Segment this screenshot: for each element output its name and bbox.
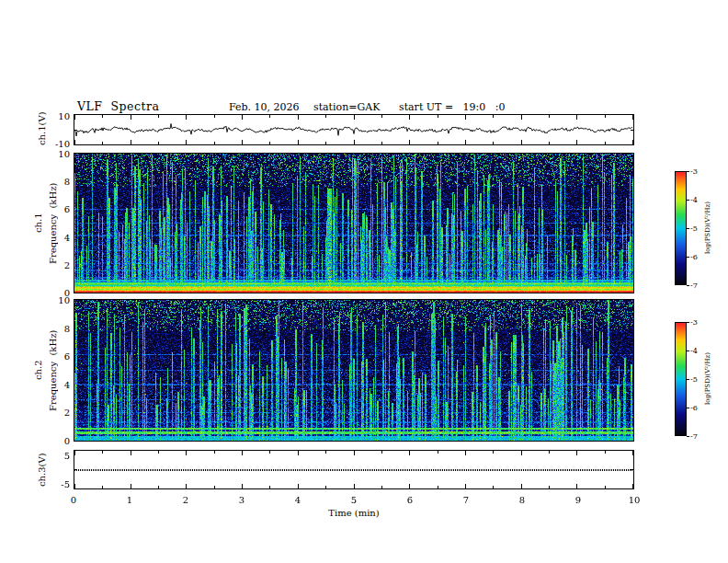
colorbar-tick (687, 379, 689, 380)
axis-tick (631, 469, 633, 470)
colorbar-tick-label: -6 (690, 404, 698, 412)
axis-tick (605, 142, 606, 144)
axis-tick (74, 469, 77, 470)
axis-tick (409, 451, 410, 455)
ch3-trace-canvas (74, 451, 633, 488)
ch1-spectrogram-panel (74, 153, 634, 293)
axis-tick (298, 484, 299, 488)
axis-tick (521, 484, 522, 488)
x-tick-label: 9 (564, 495, 592, 505)
y-tick-label: 2 (46, 259, 70, 270)
ch1-waveform-panel (74, 114, 634, 145)
axis-tick (325, 142, 326, 144)
colorbar-tick-label: -4 (690, 196, 698, 204)
colorbar-tick (687, 285, 689, 286)
ch1-channel-label: ch.1 (33, 153, 43, 293)
vlf-spectra-figure: VLF Spectra Feb. 10, 2026 station=GAK st… (0, 0, 728, 563)
axis-tick (131, 484, 131, 488)
ch2-channel-label: ch.2 (33, 299, 43, 442)
axis-tick (242, 484, 243, 488)
axis-tick (325, 115, 326, 118)
axis-tick (242, 451, 243, 455)
axis-tick (605, 451, 606, 454)
axis-tick (576, 115, 577, 120)
axis-tick (354, 451, 355, 455)
axis-tick (381, 486, 382, 488)
axis-tick (158, 451, 159, 454)
x-tick-label: 6 (396, 495, 424, 505)
ch1-spectrogram-canvas (74, 154, 633, 293)
colorbar-tick-label: -6 (690, 253, 698, 261)
x-axis-title: Time (min) (74, 508, 634, 518)
y-tick-label: -5 (46, 479, 70, 489)
axis-tick (269, 142, 270, 144)
y-tick-label: 4 (46, 379, 70, 389)
colorbar-tick-label: -7 (690, 282, 698, 290)
axis-tick (325, 486, 326, 488)
axis-tick (242, 115, 243, 120)
axis-tick (74, 451, 75, 455)
ch2-frequency-axis-label: Frequency (kHz) (48, 299, 58, 442)
axis-tick (465, 451, 466, 455)
figure-title: VLF Spectra (77, 99, 159, 113)
x-tick-label: 2 (172, 495, 199, 505)
axis-tick (438, 142, 438, 144)
axis-tick (102, 115, 103, 118)
axis-tick (102, 451, 103, 454)
x-tick-label: 3 (228, 495, 256, 505)
axis-tick (438, 115, 438, 118)
ch1-colorbar (675, 171, 687, 285)
axis-tick (269, 486, 270, 488)
axis-tick (214, 115, 215, 118)
y-tick-label: 6 (46, 351, 70, 362)
colorbar-tick-label: -5 (690, 224, 698, 233)
axis-tick (298, 140, 299, 144)
axis-tick (242, 140, 243, 144)
axis-tick (493, 451, 494, 454)
axis-tick (549, 486, 550, 488)
axis-tick (493, 115, 494, 118)
axis-tick (381, 115, 382, 118)
y-tick-label: 0 (46, 436, 70, 446)
axis-tick (493, 142, 494, 144)
y-tick-label: 10 (46, 149, 70, 159)
axis-tick (576, 451, 577, 455)
ch2-spectrogram-panel (74, 299, 634, 442)
axis-tick (298, 115, 299, 120)
date-label: Feb. 10, 2026 (229, 101, 300, 113)
colorbar-tick (687, 200, 689, 201)
axis-tick (632, 140, 633, 144)
ch1-frequency-axis-label: Frequency (kHz) (48, 153, 58, 293)
y-tick-label: 5 (46, 450, 70, 460)
colorbar-tick-label: -3 (690, 318, 698, 327)
axis-tick (576, 140, 577, 144)
axis-tick (549, 451, 550, 454)
axis-tick (521, 451, 522, 455)
axis-tick (438, 486, 438, 488)
x-tick-label: 4 (284, 495, 312, 505)
axis-tick (74, 115, 75, 120)
axis-tick (74, 484, 75, 488)
axis-tick (131, 115, 131, 120)
colorbar-tick (687, 350, 689, 351)
axis-tick (158, 142, 159, 144)
colorbar-tick (687, 408, 689, 408)
y-tick-label: -10 (46, 138, 70, 148)
y-tick-label: 10 (46, 295, 70, 305)
x-tick-label: 0 (60, 495, 87, 505)
axis-tick (521, 140, 522, 144)
ch2-colorbar-label: log(PSD)(V²/Hz) (704, 322, 711, 436)
x-tick-label: 10 (620, 495, 648, 505)
x-tick-label: 5 (340, 495, 368, 505)
axis-tick (381, 142, 382, 144)
axis-tick (102, 142, 103, 144)
axis-tick (186, 140, 187, 144)
axis-tick (465, 140, 466, 144)
axis-tick (158, 486, 159, 488)
y-tick-label: 8 (46, 323, 70, 333)
colorbar-tick (687, 257, 689, 258)
axis-tick (381, 451, 382, 454)
axis-tick (409, 484, 410, 488)
axis-tick (74, 140, 75, 144)
axis-tick (186, 115, 187, 120)
